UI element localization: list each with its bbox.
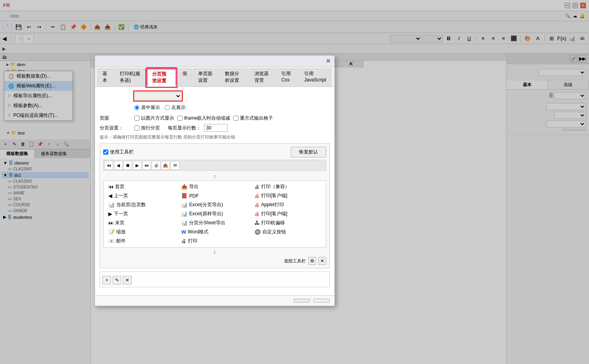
modal-close-btn[interactable]: ✕ [326, 58, 331, 64]
modal-body: 居中展示 左展示 页面 以图片方式显示 iframe嵌入时自动缩减 重方式 [95, 87, 334, 295]
menu-print-client2[interactable]: 🖨打印[客户端] [251, 209, 324, 218]
toolbar-section: 使用工具栏 恢复默认 ⏮ ◀ ⏹ ▶ ⏭ 🖨 📤 ✉ ↑ [100, 143, 330, 268]
menu-pages[interactable]: 📊当前页/总页数 [105, 200, 178, 209]
restore-default-btn[interactable]: 恢复默认 [291, 147, 326, 157]
modal-tabs: 基本 打印机(服务器) 分页预览设置 填 单页面设置 数据分析设置 浏览器背景 … [95, 67, 334, 87]
zoom-icon: 📝 [108, 229, 115, 235]
event-edit-btn[interactable]: ✎ [113, 276, 121, 285]
menu-export[interactable]: 📤导出 [178, 182, 251, 191]
pagination-section: 分页设置： 按行分页 每页显示行数： [100, 124, 330, 132]
print-c1-icon: 🖨 [255, 193, 260, 199]
display-pos-radios: 居中展示 左展示 [134, 104, 186, 111]
page-label: 页面 [100, 115, 131, 122]
modal-title-bar: ✕ [95, 55, 334, 67]
rows-label: 每页显示行数： [168, 125, 201, 131]
image-mode-check[interactable]: 以图片方式显示 [134, 115, 174, 122]
toolbar-print-btn[interactable]: 🖨 [152, 161, 160, 170]
toolbar-email-btn[interactable]: ✉ [171, 161, 179, 170]
menu-first[interactable]: ⏮首页 [105, 182, 178, 191]
page-section: 页面 以图片方式显示 iframe嵌入时自动缩减 重方式输出格子 [100, 115, 330, 122]
toolbar-first-btn[interactable]: ⏮ [104, 161, 113, 170]
modal-setting-row [100, 92, 330, 100]
modal-tab-basic[interactable]: 基本 [97, 68, 114, 87]
modal-tab-data[interactable]: 数据分析设置 [220, 68, 249, 87]
excel-orig-icon: 📊 [181, 211, 188, 217]
iframe-check[interactable]: iframe嵌入时自动缩减 [177, 115, 230, 122]
menu-print-compat[interactable]: 🖨打印（兼容） [251, 182, 324, 191]
export-icon: 📤 [181, 184, 188, 190]
modal-tab-browser[interactable]: 浏览器背景 [249, 68, 275, 87]
print-c2-icon: 🖨 [255, 211, 260, 217]
menu-word[interactable]: WWord格式 [178, 227, 251, 237]
menu-zoom[interactable]: 📝缩放 [105, 227, 178, 237]
bottom-toolbar-settings[interactable]: ⚙ [308, 257, 316, 265]
menu-pdf[interactable]: 📕PDF [178, 191, 251, 200]
bottom-toolbar-close[interactable]: ✕ [318, 257, 326, 265]
menu-applet-print[interactable]: 🖨Applet打印 [251, 200, 324, 209]
display-pos-row: 居中展示 左展示 [100, 104, 330, 111]
pages-icon: 📊 [108, 202, 115, 208]
radio-center[interactable]: 居中展示 [134, 104, 160, 111]
modal-tab-fill[interactable]: 填 [177, 68, 192, 87]
event-del-btn[interactable]: ✕ [123, 276, 132, 285]
menu-excel-paged[interactable]: 📊Excel(分页导出) [178, 200, 251, 209]
modal-dialog: ✕ 基本 打印机(服务器) 分页预览设置 填 单页面设置 数据分析设置 浏览器背… [95, 55, 335, 306]
applet-icon: 🖨 [255, 202, 260, 208]
modal-cancel-btn[interactable] [313, 299, 330, 303]
word-icon: W [181, 229, 186, 235]
bottom-toolbar-label: 底部工具栏 [284, 258, 306, 264]
bottom-toolbar-row: 底部工具栏 ⚙ ✕ [103, 257, 326, 265]
email-icon: 📧 [108, 238, 115, 244]
printer-offset-icon: 🖧 [255, 220, 260, 226]
custom-btn-icon: 🔘 [255, 229, 261, 235]
first-icon: ⏮ [108, 184, 113, 190]
toolbar-next-btn[interactable]: ▶ [133, 161, 141, 170]
next-icon: ▶ [108, 211, 112, 217]
toolbar-pause-btn[interactable]: ⏹ [123, 161, 132, 170]
print-compat-icon: 🖨 [255, 184, 260, 190]
menu-excel-sheet[interactable]: 📊分页分Sheet导出 [178, 218, 251, 227]
event-btns: + ✎ ✕ [102, 276, 327, 285]
excel-paged-icon: 📊 [181, 202, 188, 208]
event-add-btn[interactable]: + [102, 276, 111, 285]
rows-input[interactable] [204, 124, 228, 132]
modal-overlay: ✕ 基本 打印机(服务器) 分页预览设置 填 单页面设置 数据分析设置 浏览器背… [0, 0, 589, 364]
menu-excel-orig[interactable]: 📊Excel(原样导出) [178, 209, 251, 218]
toolbar-header: 使用工具栏 恢复默认 [103, 147, 326, 157]
excel-sheet-icon: 📊 [181, 220, 188, 226]
modal-tab-js[interactable]: 引用JavaScript [299, 68, 331, 87]
toolbar-last-btn[interactable]: ⏭ [142, 161, 151, 170]
use-toolbar-check[interactable]: 使用工具栏 [103, 149, 134, 155]
print-icon: 🖨 [181, 238, 186, 244]
modal-confirm-btn[interactable] [294, 299, 310, 303]
toolbar-prev-btn[interactable]: ◀ [114, 161, 123, 170]
menu-email[interactable]: 📧邮件 [105, 237, 178, 246]
menu-custom-btn[interactable]: 🔘自定义按钮 [251, 227, 324, 237]
modal-tab-print[interactable]: 打印机(服务器) [115, 68, 146, 87]
menu-next[interactable]: ▶下一页 [105, 209, 178, 218]
menu-print[interactable]: 🖨打印 [178, 237, 251, 246]
pdf-icon: 📕 [181, 193, 188, 199]
use-toolbar-label: 使用工具栏 [110, 149, 134, 155]
page-break-check[interactable]: 按行分页 [134, 125, 160, 131]
menu-printer-offset[interactable]: 🖧打印机偏移 [251, 218, 324, 227]
modal-tab-pagination[interactable]: 分页预览设置 [147, 68, 177, 87]
setting-select[interactable] [134, 92, 182, 100]
prev-icon: ◀ [108, 193, 112, 199]
menu-last[interactable]: ⏭末页 [105, 218, 178, 227]
modal-tab-css[interactable]: 引用Css [276, 68, 298, 87]
pagination-label: 分页设置： [100, 125, 131, 131]
last-icon: ⏭ [108, 220, 113, 226]
arrow-up[interactable]: ↑ [103, 172, 326, 180]
overwrite-check[interactable]: 重方式输出格子 [233, 115, 273, 122]
event-section: + ✎ ✕ [100, 272, 330, 287]
radio-left[interactable]: 左展示 [165, 104, 186, 111]
modal-footer [95, 295, 334, 306]
modal-tab-page[interactable]: 单页面设置 [193, 68, 219, 87]
menu-prev[interactable]: ◀上一页 [105, 191, 178, 200]
toolbar-export-btn[interactable]: 📤 [161, 161, 170, 170]
arrow-down[interactable]: ↓ [103, 248, 326, 255]
menu-print-client1[interactable]: 🖨打印[客户端] [251, 191, 324, 200]
modal-hint: 提示：请确保打印页面能完整显示每页行数,否则分页打印效果可能出错 [100, 134, 330, 140]
menu-grid: ⏮首页 📤导出 🖨打印（兼容） ◀上一页 📕PDF � [103, 180, 326, 248]
